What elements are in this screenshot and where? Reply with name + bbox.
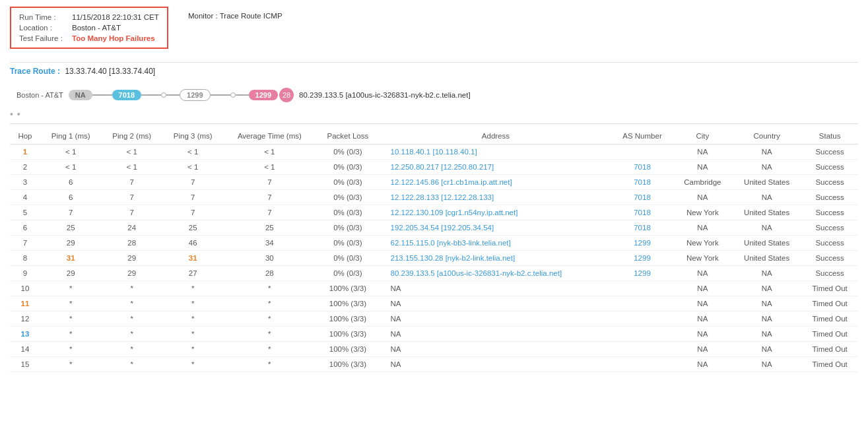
col-status: Status xyxy=(801,128,858,145)
cell-hop: 5 xyxy=(10,205,40,220)
node-7018: 7018 xyxy=(112,90,141,100)
cell-ping1: 29 xyxy=(40,236,102,251)
cell-country: NA xyxy=(732,357,801,372)
cell-city: NA xyxy=(673,220,732,236)
cell-loss: 0% (0/3) xyxy=(316,220,380,236)
cell-ping1: 31 xyxy=(40,251,102,266)
cell-as xyxy=(611,357,673,372)
cell-avg: * xyxy=(224,327,316,342)
table-header: Hop Ping 1 (ms) Ping 2 (ms) Ping 3 (ms) … xyxy=(10,128,858,145)
cell-ping3: * xyxy=(162,281,224,296)
node-na: NA xyxy=(69,90,92,100)
cell-hop: 9 xyxy=(10,266,40,281)
cell-ping3: * xyxy=(162,296,224,311)
cell-city: New York xyxy=(673,205,732,220)
cell-status: Timed Out xyxy=(801,327,858,342)
cell-address: 213.155.130.28 [nyk-b2-link.telia.net] xyxy=(380,251,612,266)
col-country: Country xyxy=(732,128,801,145)
cell-country: United States xyxy=(732,236,801,251)
table-row: 9 29 29 27 28 0% (0/3) 80.239.133.5 [a10… xyxy=(10,266,858,281)
cell-status: Success xyxy=(801,220,858,236)
table-divider xyxy=(10,123,858,124)
cell-address: 80.239.133.5 [a100us-ic-326831-nyk-b2.c.… xyxy=(380,266,612,281)
table-row: 7 29 28 46 34 0% (0/3) 62.115.115.0 [nyk… xyxy=(10,236,858,251)
cell-status: Success xyxy=(801,160,858,175)
cell-country: NA xyxy=(732,145,801,160)
cell-avg: 34 xyxy=(224,236,316,251)
cell-loss: 0% (0/3) xyxy=(316,266,380,281)
cell-address: NA xyxy=(380,327,612,342)
location-value: Boston - AT&T xyxy=(72,24,121,32)
cell-city: New York xyxy=(673,236,732,251)
cell-ping3: 25 xyxy=(162,220,224,236)
cell-country: NA xyxy=(732,160,801,175)
cell-avg: * xyxy=(224,311,316,327)
cell-ping2: 7 xyxy=(101,205,162,220)
cell-city: NA xyxy=(673,266,732,281)
cell-ping1: * xyxy=(40,296,102,311)
path-diagram: Boston - AT&T NA 7018 1299 1299 28 80.23… xyxy=(10,88,858,102)
cell-ping2: 7 xyxy=(101,175,162,190)
cell-as xyxy=(611,281,673,296)
connector-4 xyxy=(211,94,230,96)
info-box: Run Time : 11/15/2018 22:10:31 CET Locat… xyxy=(10,7,168,49)
cell-ping1: 6 xyxy=(40,190,102,205)
monitor-info: Monitor : Trace Route ICMP xyxy=(188,7,283,20)
cell-as xyxy=(611,296,673,311)
cell-ping2: * xyxy=(101,281,162,296)
page-container: Run Time : 11/15/2018 22:10:31 CET Locat… xyxy=(0,0,868,379)
cell-loss: 0% (0/3) xyxy=(316,251,380,266)
cell-country: United States xyxy=(732,205,801,220)
table-row: 13 * * * * 100% (3/3) NA NA NA Timed Out xyxy=(10,327,858,342)
cell-ping1: 25 xyxy=(40,220,102,236)
cell-ping1: 29 xyxy=(40,266,102,281)
connector-5 xyxy=(236,94,249,96)
table-row: 10 * * * * 100% (3/3) NA NA NA Timed Out xyxy=(10,281,858,296)
col-ping3: Ping 3 (ms) xyxy=(162,128,224,145)
cell-ping2: * xyxy=(101,311,162,327)
cell-address: 192.205.34.54 [192.205.34.54] xyxy=(380,220,612,236)
cell-address: 12.122.28.133 [12.122.28.133] xyxy=(380,190,612,205)
cell-ping1: 6 xyxy=(40,175,102,190)
cell-avg: < 1 xyxy=(224,160,316,175)
cell-avg: 30 xyxy=(224,251,316,266)
cell-status: Timed Out xyxy=(801,296,858,311)
cell-as: 7018 xyxy=(611,160,673,175)
cell-avg: * xyxy=(224,296,316,311)
col-ping2: Ping 2 (ms) xyxy=(101,128,162,145)
cell-hop: 15 xyxy=(10,357,40,372)
cell-ping2: < 1 xyxy=(101,160,162,175)
cell-ping1: * xyxy=(40,311,102,327)
cell-ping2: 24 xyxy=(101,220,162,236)
cell-city: NA xyxy=(673,357,732,372)
table-body: 1 < 1 < 1 < 1 < 1 0% (0/3) 10.118.40.1 [… xyxy=(10,145,858,372)
node-1299a: 1299 xyxy=(180,89,210,101)
cell-address: 12.250.80.217 [12.250.80.217] xyxy=(380,160,612,175)
cell-as: 7018 xyxy=(611,220,673,236)
trace-route-value: 13.33.74.40 [13.33.74.40] xyxy=(65,67,155,76)
cell-hop: 8 xyxy=(10,251,40,266)
cell-city: NA xyxy=(673,160,732,175)
header-row: Hop Ping 1 (ms) Ping 2 (ms) Ping 3 (ms) … xyxy=(10,128,858,145)
cell-ping3: * xyxy=(162,342,224,357)
cell-ping2: < 1 xyxy=(101,145,162,160)
cell-ping2: 7 xyxy=(101,190,162,205)
location-row: Location : Boston - AT&T xyxy=(19,24,159,32)
run-time-row: Run Time : 11/15/2018 22:10:31 CET xyxy=(19,13,159,21)
cell-loss: 100% (3/3) xyxy=(316,357,380,372)
cell-ping3: * xyxy=(162,327,224,342)
cell-ping2: * xyxy=(101,342,162,357)
cell-ping1: < 1 xyxy=(40,160,102,175)
cell-ping1: * xyxy=(40,342,102,357)
cell-ping2: * xyxy=(101,296,162,311)
cell-address: NA xyxy=(380,281,612,296)
cell-city: NA xyxy=(673,190,732,205)
cell-ping3: 7 xyxy=(162,205,224,220)
data-table: Hop Ping 1 (ms) Ping 2 (ms) Ping 3 (ms) … xyxy=(10,128,858,372)
dot-circle-2 xyxy=(230,92,236,98)
table-row: 8 31 29 31 30 0% (0/3) 213.155.130.28 [n… xyxy=(10,251,858,266)
cell-city: NA xyxy=(673,145,732,160)
cell-address: NA xyxy=(380,311,612,327)
cell-ping3: 31 xyxy=(162,251,224,266)
table-row: 6 25 24 25 25 0% (0/3) 192.205.34.54 [19… xyxy=(10,220,858,236)
